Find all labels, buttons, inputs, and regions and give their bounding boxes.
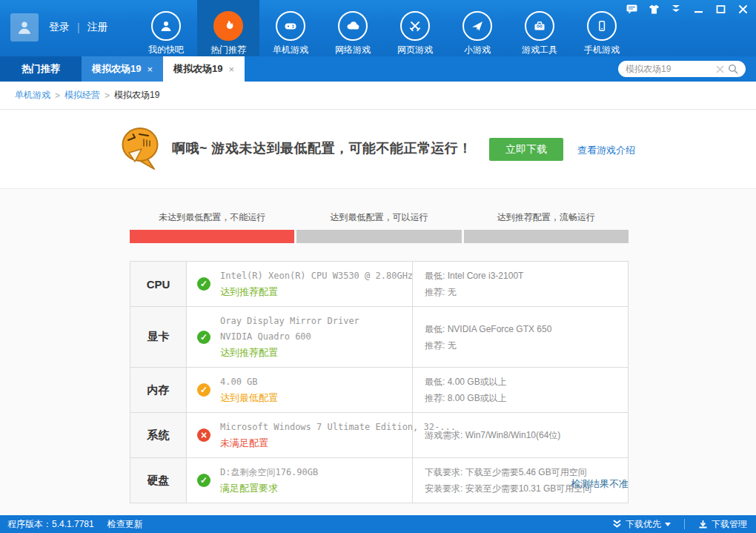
requirement-line: 最低: 4.00 GB或以上 bbox=[425, 374, 622, 390]
paper-plane-icon bbox=[462, 11, 492, 41]
breadcrumb-current: 模拟农场19 bbox=[114, 89, 159, 102]
fail-cross-icon bbox=[197, 428, 210, 442]
mascot-icon bbox=[119, 125, 164, 175]
minimize-icon[interactable] bbox=[692, 4, 704, 14]
caret-down-icon bbox=[665, 523, 671, 526]
maximize-icon[interactable] bbox=[714, 4, 726, 14]
pass-check-icon bbox=[197, 277, 210, 291]
check-result-section: 未达到最低配置，不能运行 达到最低配置，可以运行 达到推荐配置，流畅运行 CPU… bbox=[0, 189, 756, 515]
requirement-line: 最低: NVIDIA GeForce GTX 650 bbox=[425, 321, 622, 337]
tab-game-1[interactable]: 模拟农场19 × bbox=[82, 56, 163, 82]
user-icon bbox=[151, 11, 181, 41]
config-warning-banner: 啊哦~ 游戏未达到最低配置，可能不能正常运行！ 立即下载 查看游戏介绍 bbox=[0, 110, 756, 189]
hardware-detail: 4.00 GB bbox=[220, 374, 278, 390]
register-link[interactable]: 注册 bbox=[87, 21, 108, 34]
app-window: 登录 | 注册 我的快吧 热门推荐 单机 bbox=[0, 0, 756, 533]
meter-segment-gray bbox=[464, 230, 629, 243]
nav-item-my-kuaiba[interactable]: 我的快吧 bbox=[135, 0, 197, 56]
meter-label-fail: 未达到最低配置，不能运行 bbox=[130, 211, 294, 224]
message-icon[interactable] bbox=[626, 4, 637, 14]
nav-item-hot[interactable]: 热门推荐 bbox=[197, 0, 259, 56]
row-label: 内存 bbox=[130, 368, 187, 412]
requirement-line: 游戏需求: Win7/Win8/Win10(64位) bbox=[425, 427, 622, 443]
row-label: 系统 bbox=[130, 413, 187, 457]
search-input[interactable] bbox=[626, 64, 713, 74]
hardware-check-table: CPU Intel(R) Xeon(R) CPU W3530 @ 2.80GHz… bbox=[130, 261, 629, 503]
table-row-cpu: CPU Intel(R) Xeon(R) CPU W3530 @ 2.80GHz… bbox=[130, 262, 628, 306]
menu-chevron-icon[interactable] bbox=[670, 4, 682, 14]
tab-hot-recommend[interactable]: 热门推荐 bbox=[0, 56, 82, 82]
search-icon[interactable] bbox=[726, 64, 740, 74]
inaccurate-result-link[interactable]: 检测结果不准 bbox=[130, 477, 629, 491]
nav-item-online-games[interactable]: 网络游戏 bbox=[322, 0, 384, 56]
main-nav: 我的快吧 热门推荐 单机游戏 网络游戏 bbox=[135, 0, 633, 56]
avatar[interactable] bbox=[10, 13, 39, 42]
meter-segment-gray bbox=[296, 230, 461, 243]
double-chevron-down-icon bbox=[612, 520, 622, 529]
user-silhouette-icon bbox=[15, 18, 34, 37]
verdict-text: 达到最低配置 bbox=[220, 390, 278, 405]
phone-icon bbox=[587, 11, 617, 41]
swords-icon bbox=[400, 11, 430, 41]
breadcrumb-separator: > bbox=[105, 90, 110, 101]
header: 登录 | 注册 我的快吧 热门推荐 单机 bbox=[0, 0, 756, 56]
window-controls bbox=[626, 4, 749, 14]
statusbar-separator bbox=[684, 519, 685, 529]
table-row-gpu: 显卡 Oray Display Mirror Driver NVIDIA Qua… bbox=[130, 306, 628, 367]
table-row-os: 系统 Microsoft Windows 7 Ultimate Edition,… bbox=[130, 412, 628, 457]
requirement-line: 推荐: 8.00 GB或以上 bbox=[425, 390, 622, 406]
requirement-line: 推荐: 无 bbox=[425, 284, 622, 300]
breadcrumb-separator: > bbox=[55, 90, 60, 101]
hardware-detail: NVIDIA Quadro 600 bbox=[220, 329, 359, 345]
requirement-line: 最低: Intel Core i3-2100T bbox=[425, 268, 622, 284]
meter-label-min: 达到最低配置，可以运行 bbox=[296, 211, 461, 224]
row-label: CPU bbox=[130, 262, 187, 306]
nav-item-game-tools[interactable]: 游戏工具 bbox=[508, 0, 571, 56]
download-priority-menu[interactable]: 下载优先 bbox=[612, 518, 671, 531]
cloud-icon bbox=[338, 11, 368, 41]
table-row-ram: 内存 4.00 GB 达到最低配置 最低: 4.00 GB或以上 推荐: 8.0… bbox=[130, 367, 628, 412]
nav-item-web-games[interactable]: 网页游戏 bbox=[384, 0, 446, 56]
download-now-button[interactable]: 立即下载 bbox=[489, 138, 563, 161]
warn-check-icon bbox=[197, 383, 210, 397]
game-intro-link[interactable]: 查看游戏介绍 bbox=[577, 144, 635, 157]
status-bar: 程序版本：5.4.1.7781 检查更新 下载优先 下载管理 bbox=[0, 515, 756, 533]
verdict-text: 达到推荐配置 bbox=[220, 345, 359, 360]
breadcrumb-link-category[interactable]: 单机游戏 bbox=[15, 89, 50, 102]
login-separator: | bbox=[77, 21, 80, 33]
skin-icon[interactable] bbox=[648, 4, 660, 14]
download-manager-button[interactable]: 下载管理 bbox=[698, 518, 747, 531]
nav-item-mini-games[interactable]: 小游戏 bbox=[446, 0, 508, 56]
hardware-detail: Oray Display Mirror Driver bbox=[220, 314, 359, 329]
search-box bbox=[618, 61, 746, 77]
breadcrumb-link-subcategory[interactable]: 模拟经营 bbox=[64, 89, 100, 102]
config-meter: 未达到最低配置，不能运行 达到最低配置，可以运行 达到推荐配置，流畅运行 bbox=[130, 211, 629, 243]
pass-check-icon bbox=[197, 331, 210, 344]
requirement-line: 推荐: 无 bbox=[425, 337, 622, 354]
meter-segment-red bbox=[130, 230, 294, 243]
close-icon[interactable] bbox=[737, 4, 749, 14]
verdict-text: 达到推荐配置 bbox=[220, 284, 413, 299]
tab-game-2-active[interactable]: 模拟农场19 × bbox=[163, 56, 245, 82]
login-links: 登录 | 注册 bbox=[49, 21, 108, 34]
download-icon bbox=[698, 520, 708, 529]
account-area: 登录 | 注册 bbox=[10, 13, 108, 42]
check-update-link[interactable]: 检查更新 bbox=[107, 518, 143, 531]
banner-message: 啊哦~ 游戏未达到最低配置，可能不能正常运行！ bbox=[172, 139, 472, 157]
row-label: 显卡 bbox=[130, 307, 187, 367]
tab-close-icon[interactable]: × bbox=[229, 64, 235, 74]
nav-item-mobile-games[interactable]: 手机游戏 bbox=[571, 0, 633, 56]
toolbox-icon bbox=[525, 11, 554, 41]
tab-close-icon[interactable]: × bbox=[147, 64, 153, 74]
login-link[interactable]: 登录 bbox=[49, 21, 70, 34]
clear-search-icon[interactable] bbox=[713, 65, 726, 73]
breadcrumb: 单机游戏 > 模拟经营 > 模拟农场19 bbox=[0, 82, 756, 110]
meter-label-recommend: 达到推荐配置，流畅运行 bbox=[464, 211, 629, 224]
hardware-detail: Intel(R) Xeon(R) CPU W3530 @ 2.80GHz bbox=[220, 268, 413, 284]
nav-item-pc-games[interactable]: 单机游戏 bbox=[259, 0, 322, 56]
gamepad-icon bbox=[276, 11, 305, 41]
flame-icon bbox=[213, 11, 243, 41]
program-version: 程序版本：5.4.1.7781 bbox=[7, 518, 94, 531]
